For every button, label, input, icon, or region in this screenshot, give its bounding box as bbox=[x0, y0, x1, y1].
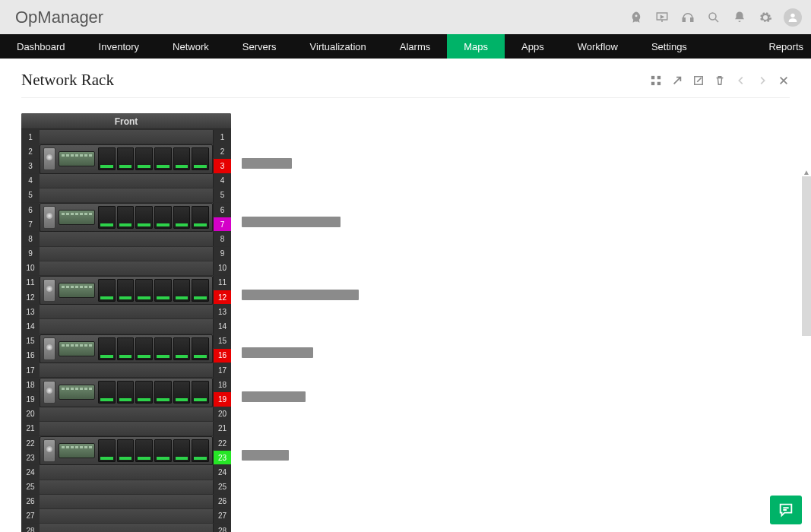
rack-unit-cell bbox=[40, 334, 213, 348]
rack-unit: 2020 bbox=[21, 407, 231, 421]
rack-unit-cell bbox=[40, 407, 213, 421]
rack-unit-cell bbox=[40, 436, 213, 450]
prev-icon bbox=[735, 74, 747, 87]
rack-unit: 22 bbox=[21, 144, 231, 158]
rack-unit-cell bbox=[40, 144, 213, 158]
nav-item-settings[interactable]: Settings bbox=[635, 34, 704, 59]
headset-icon[interactable] bbox=[680, 10, 695, 25]
presentation-icon[interactable] bbox=[654, 10, 670, 25]
rack-unit-right-number: 27 bbox=[213, 509, 231, 523]
rack-unit-right-number: 9 bbox=[213, 247, 231, 261]
svg-rect-1 bbox=[683, 17, 685, 21]
grid-icon[interactable] bbox=[650, 74, 662, 87]
edit-icon[interactable] bbox=[692, 74, 705, 87]
nav-item-servers[interactable]: Servers bbox=[226, 34, 293, 59]
scrollbar[interactable]: ▲ bbox=[802, 176, 811, 336]
svg-point-4 bbox=[790, 13, 794, 17]
rocket-icon[interactable] bbox=[629, 10, 644, 25]
rack-unit-right-number: 24 bbox=[213, 465, 231, 479]
rack-unit-status-red[interactable]: 16 bbox=[213, 349, 231, 363]
scroll-up-icon[interactable]: ▲ bbox=[802, 169, 811, 176]
rack-unit-status-green[interactable]: 23 bbox=[213, 451, 231, 464]
top-bar: OpManager bbox=[0, 0, 811, 34]
nav-item-reports[interactable]: Reports bbox=[752, 34, 811, 59]
rack-unit-status-red[interactable]: 12 bbox=[213, 290, 231, 304]
nav-item-workflow[interactable]: Workflow bbox=[561, 34, 635, 59]
rack-label-slot bbox=[242, 273, 359, 287]
rack-label-slot bbox=[242, 185, 359, 200]
rack-unit-status-magenta[interactable]: 7 bbox=[213, 217, 231, 231]
rack-unit-left-number: 12 bbox=[21, 290, 40, 304]
gear-icon[interactable] bbox=[758, 10, 773, 25]
rack-unit-left-number: 3 bbox=[21, 159, 40, 173]
rack-unit-cell bbox=[40, 276, 213, 290]
rack-unit-cell bbox=[40, 465, 213, 479]
nav-item-alarms[interactable]: Alarms bbox=[383, 34, 447, 59]
rack-unit-left-number: 11 bbox=[21, 276, 40, 290]
rack-unit: 11 bbox=[21, 129, 231, 144]
rack-unit: 2626 bbox=[21, 494, 231, 508]
rack-unit-status-red[interactable]: 3 bbox=[213, 159, 231, 173]
bell-icon[interactable] bbox=[732, 10, 747, 25]
rack-unit-cell bbox=[40, 188, 213, 202]
rack-unit-right-number: 5 bbox=[213, 188, 231, 202]
rack-unit-left-number: 28 bbox=[21, 524, 40, 532]
rack-unit: 1111 bbox=[21, 275, 231, 290]
nav-item-virtualization[interactable]: Virtualization bbox=[293, 34, 383, 59]
nav-item-inventory[interactable]: Inventory bbox=[82, 34, 156, 59]
rack-unit-left-number: 25 bbox=[21, 480, 40, 494]
rack-unit-right-number: 28 bbox=[213, 524, 231, 532]
rack-unit-left-number: 8 bbox=[21, 232, 40, 245]
nav-item-apps[interactable]: Apps bbox=[505, 34, 561, 59]
rack-unit-cell bbox=[40, 378, 213, 391]
brand-title: OpManager bbox=[15, 8, 103, 27]
rack-unit: 44 bbox=[21, 173, 231, 188]
rack-unit-left-number: 2 bbox=[21, 144, 40, 158]
rack-unit: 99 bbox=[21, 246, 231, 261]
rack-unit: 55 bbox=[21, 188, 231, 202]
chat-fab[interactable] bbox=[770, 496, 802, 524]
rack-label-slot bbox=[242, 360, 359, 375]
rack-unit-right-number: 21 bbox=[213, 422, 231, 435]
rack-unit-right-number: 25 bbox=[213, 480, 231, 494]
device-label-placeholder bbox=[242, 158, 292, 169]
nav-item-maps[interactable]: Maps bbox=[447, 34, 505, 59]
rack-unit-cell bbox=[40, 509, 213, 523]
rack-unit-cell bbox=[40, 174, 213, 188]
rack-label-slot bbox=[242, 287, 359, 302]
rack-unit-left-number: 9 bbox=[21, 247, 40, 261]
nav-item-dashboard[interactable]: Dashboard bbox=[0, 34, 82, 59]
next-icon bbox=[756, 74, 768, 87]
rack-unit: 2121 bbox=[21, 421, 231, 435]
svg-rect-6 bbox=[657, 75, 661, 78]
rack-unit-left-number: 18 bbox=[21, 378, 40, 391]
avatar[interactable] bbox=[784, 8, 802, 27]
page-title: Network Rack bbox=[21, 71, 114, 90]
rack-unit: 1515 bbox=[21, 334, 231, 348]
open-icon[interactable] bbox=[671, 74, 683, 87]
rack-unit-left-number: 16 bbox=[21, 349, 40, 363]
rack-unit-left-number: 10 bbox=[21, 261, 40, 275]
rack-unit-cell bbox=[40, 290, 213, 304]
rack-unit-left-number: 6 bbox=[21, 203, 40, 217]
main-nav: DashboardInventoryNetworkServersVirtuali… bbox=[0, 34, 811, 59]
rack-unit-cell bbox=[40, 319, 213, 333]
rack-unit-cell bbox=[40, 495, 213, 508]
search-icon[interactable] bbox=[706, 10, 721, 25]
page-header: Network Rack bbox=[21, 71, 790, 98]
rack-unit-right-number: 14 bbox=[213, 319, 231, 333]
rack-label-slot bbox=[242, 375, 359, 389]
rack-unit-left-number: 21 bbox=[21, 422, 40, 435]
rack-unit-status-red[interactable]: 19 bbox=[213, 392, 231, 406]
nav-item-network[interactable]: Network bbox=[156, 34, 226, 59]
device-label-placeholder bbox=[242, 391, 306, 402]
rack-unit-left-number: 20 bbox=[21, 407, 40, 421]
rack-unit-cell bbox=[40, 480, 213, 494]
rack-labels-column bbox=[242, 113, 359, 532]
svg-rect-7 bbox=[651, 81, 654, 84]
close-icon[interactable] bbox=[778, 74, 790, 87]
trash-icon[interactable] bbox=[714, 74, 726, 87]
rack-unit-cell bbox=[40, 305, 213, 318]
rack-label-slot bbox=[242, 244, 359, 258]
rack-unit: 1313 bbox=[21, 304, 231, 318]
